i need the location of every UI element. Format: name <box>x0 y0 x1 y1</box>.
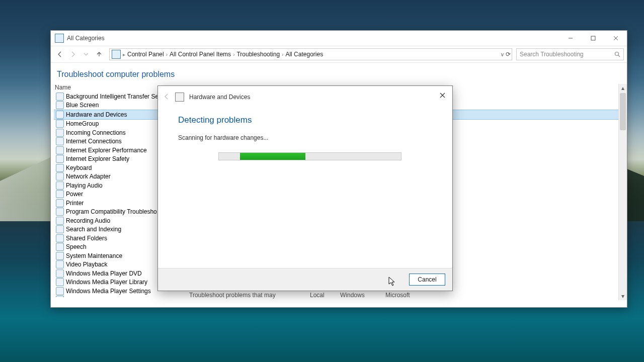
troubleshooter-item-icon <box>56 164 64 172</box>
close-button[interactable] <box>604 31 627 45</box>
nav-recent-dropdown[interactable] <box>80 48 92 60</box>
breadcrumb-root-icon <box>112 50 121 59</box>
troubleshooter-item-icon <box>56 252 64 260</box>
list-item-label: Speech <box>66 243 87 250</box>
list-item-label: Background Intelligent Transfer Se <box>66 93 158 100</box>
list-item-label: Windows Store Apps <box>66 296 122 297</box>
list-item-label: Program Compatibility Troublesho <box>66 208 157 215</box>
troubleshooter-item-icon <box>56 269 64 278</box>
chevron-right-icon: ▸ <box>123 52 125 57</box>
progress-chunk <box>240 153 305 160</box>
list-item-label: Incoming Connections <box>66 129 126 136</box>
wizard-back-button[interactable] <box>163 93 170 102</box>
list-item-label: Windows Media Player DVD <box>66 270 142 277</box>
list-item-label: Power <box>66 191 83 198</box>
vertical-scrollbar[interactable]: ▴ ▾ <box>618 84 627 300</box>
control-panel-window: All Categories ▸ <box>50 30 627 308</box>
wizard-title: Hardware and Devices <box>189 94 250 101</box>
list-item-label: Network Adapter <box>66 173 111 180</box>
troubleshooter-item-icon <box>56 234 64 242</box>
nav-back-button[interactable] <box>54 48 66 60</box>
control-panel-icon <box>55 34 64 43</box>
window-title: All Categories <box>67 35 105 42</box>
troubleshooter-item-icon <box>56 137 64 145</box>
troubleshooter-item-icon <box>56 208 64 216</box>
list-item-label: Windows Media Player Settings <box>66 288 151 295</box>
list-item-label: Printer <box>66 200 84 207</box>
troubleshooter-item-icon <box>56 120 64 128</box>
troubleshooter-item-icon <box>56 278 64 286</box>
list-item-label: Video Playback <box>66 261 108 268</box>
troubleshooter-item-icon <box>56 225 64 233</box>
minimize-button[interactable] <box>559 31 582 45</box>
svg-point-1 <box>615 52 619 56</box>
cancel-button[interactable]: Cancel <box>409 274 445 286</box>
breadcrumb-seg-0[interactable]: Control Panel› <box>127 51 168 58</box>
troubleshooter-item-icon <box>56 111 64 119</box>
troubleshooter-item-icon <box>56 101 64 109</box>
troubleshooter-item-icon <box>56 129 64 137</box>
list-item-label: Blue Screen <box>66 102 99 109</box>
list-item-label: Search and Indexing <box>66 226 121 233</box>
troubleshooter-item-icon <box>56 93 64 101</box>
search-input[interactable]: Search Troubleshooting <box>516 48 624 60</box>
table-row[interactable]: Troubleshoot problems that may Local Win… <box>189 292 421 299</box>
mouse-cursor-icon <box>388 277 396 287</box>
troubleshooter-item-icon <box>56 172 64 180</box>
troubleshooter-item-icon <box>56 287 64 295</box>
search-placeholder: Search Troubleshooting <box>520 51 584 58</box>
nav-forward-button[interactable] <box>67 48 79 60</box>
scroll-thumb[interactable] <box>620 93 626 130</box>
scroll-up-icon[interactable]: ▴ <box>619 84 627 92</box>
search-icon <box>614 51 620 57</box>
titlebar[interactable]: All Categories <box>51 31 627 46</box>
refresh-icon[interactable]: ⟳ <box>506 51 511 58</box>
troubleshooter-item-icon <box>56 260 64 268</box>
troubleshooter-item-icon <box>56 296 64 297</box>
breadcrumb-seg-2[interactable]: Troubleshooting› <box>236 51 283 58</box>
list-item-label: Windows Media Player Library <box>66 279 147 286</box>
nav-up-button[interactable] <box>93 48 105 60</box>
page-heading: Troubleshoot computer problems <box>51 63 627 84</box>
breadcrumb-seg-1[interactable]: All Control Panel Items› <box>170 51 234 58</box>
progress-bar <box>218 152 401 160</box>
wizard-heading: Detecting problems <box>158 108 452 125</box>
troubleshooter-item-icon <box>56 199 64 207</box>
troubleshooter-item-icon <box>56 243 64 251</box>
navigation-bar: ▸ Control Panel› All Control Panel Items… <box>51 46 627 63</box>
troubleshooter-item-icon <box>56 190 64 198</box>
svg-rect-0 <box>591 36 595 40</box>
troubleshooter-wizard-dialog: Hardware and Devices Detecting problems … <box>157 85 453 291</box>
list-item-label: Playing Audio <box>66 182 103 189</box>
list-item-label: HomeGroup <box>66 120 99 127</box>
list-item-label: System Maintenance <box>66 252 122 259</box>
wizard-icon <box>175 93 184 102</box>
list-item-label: Recording Audio <box>66 217 110 224</box>
troubleshooter-item-icon <box>56 182 64 190</box>
scroll-down-icon[interactable]: ▾ <box>619 292 627 300</box>
troubleshooter-item-icon <box>56 146 64 154</box>
breadcrumb-seg-3[interactable]: All Categories <box>285 51 323 58</box>
breadcrumb-bar[interactable]: ▸ Control Panel› All Control Panel Items… <box>109 48 512 60</box>
troubleshooter-item-icon <box>56 155 64 163</box>
list-item-label: Internet Explorer Performance <box>66 147 147 154</box>
list-item-label: Internet Explorer Safety <box>66 155 129 162</box>
list-item-label: Shared Folders <box>66 235 107 242</box>
list-item-label: Keyboard <box>66 164 92 171</box>
list-item-label: Internet Connections <box>66 138 122 145</box>
wizard-close-button[interactable] <box>435 89 449 101</box>
maximize-button[interactable] <box>582 31 604 45</box>
list-item-label: Hardware and Devices <box>66 111 127 118</box>
breadcrumb-dropdown-icon[interactable]: v <box>501 52 504 57</box>
wizard-status-text: Scanning for hardware changes... <box>158 125 452 141</box>
troubleshooter-item-icon <box>56 217 64 225</box>
